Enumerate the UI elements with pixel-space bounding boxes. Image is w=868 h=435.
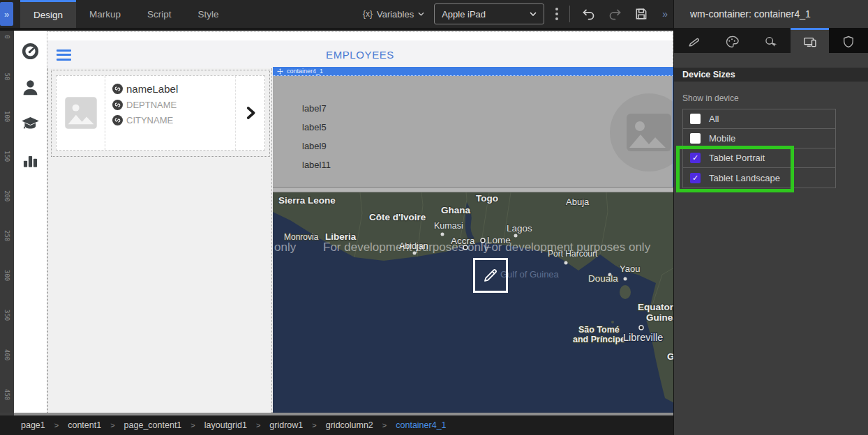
properties-tabs [674, 28, 868, 53]
map-label: Côte d'Ivoire [369, 212, 426, 222]
selected-widget-tag[interactable]: container4_1 [273, 67, 674, 76]
tab-script[interactable]: Script [134, 0, 185, 28]
vertical-ruler: 0 50 100 150 200 250 300 350 400 450 [0, 31, 14, 413]
device-option-label: All [709, 114, 719, 124]
undo-icon [581, 7, 596, 22]
device-preview-select[interactable]: Apple iPad [434, 3, 544, 24]
left-expand-button[interactable]: » [0, 2, 13, 26]
tab-design[interactable]: Design [20, 0, 76, 28]
tab-properties[interactable] [674, 28, 713, 53]
device-option-tablet-portrait[interactable]: Tablet Portrait [683, 148, 835, 168]
ruler-mark: 300 [3, 270, 10, 281]
ruler-mark: 450 [3, 389, 10, 400]
map-edit-button[interactable] [473, 258, 508, 293]
tab-security[interactable] [829, 28, 868, 53]
label-widget[interactable]: label9 [302, 141, 327, 151]
chevron-down-icon [530, 12, 537, 16]
pencil-icon [687, 35, 701, 49]
map-label: Abuja [566, 197, 590, 207]
save-button[interactable] [633, 6, 650, 22]
page-title: EMPLOYEES [47, 49, 673, 61]
breadcrumb-item[interactable]: page_content1 [124, 420, 182, 430]
education-icon[interactable] [21, 114, 40, 133]
breadcrumb-item[interactable]: gridrow1 [269, 420, 303, 430]
employee-list-widget[interactable]: nameLabel DEPTNAME CITYNAME [51, 70, 270, 157]
tab-events[interactable] [751, 28, 791, 53]
checkbox-tablet-landscape[interactable] [690, 173, 701, 183]
wavemaker-studio: » Design Markup Script Style {x} Variabl… [0, 0, 868, 435]
move-icon [277, 68, 283, 75]
breadcrumb-item[interactable]: gridcolumn2 [326, 420, 373, 430]
map-label: and Príncipe [573, 335, 625, 344]
tab-styles[interactable] [713, 28, 752, 53]
binding-link-icon [112, 84, 123, 94]
breadcrumb-separator: > [54, 421, 59, 429]
more-options-kebab-icon[interactable] [554, 8, 560, 20]
ruler-mark: 50 [3, 71, 10, 82]
device-sizes-table: All Mobile Tablet Portrait Tablet Landsc… [682, 109, 836, 188]
map-label: Yaou [620, 264, 640, 274]
redo-button[interactable] [606, 6, 623, 22]
toolbar-right-group: {x} Variables Apple iPad » [363, 3, 671, 24]
breadcrumb-separator: > [256, 421, 260, 429]
checkbox-mobile[interactable] [690, 133, 701, 144]
breadcrumb-item[interactable]: content1 [68, 420, 101, 430]
page-header[interactable]: EMPLOYEES [47, 40, 673, 69]
ruler-mark: 250 [3, 230, 10, 241]
binding-link-icon [112, 100, 123, 110]
chevron-right-icon [244, 106, 257, 120]
checkbox-all[interactable] [690, 114, 701, 124]
breadcrumb-separator: > [312, 421, 316, 429]
device-option-all[interactable]: All [683, 109, 835, 129]
ruler-mark: 350 [3, 310, 10, 321]
palette-icon [725, 35, 739, 49]
tab-device-sizes[interactable] [791, 28, 830, 53]
toolbar-divider [569, 6, 570, 22]
map-graphic: Sierra Leone Côte d'Ivoire Ghana Togo Li… [273, 192, 674, 413]
tab-markup[interactable]: Markup [76, 0, 134, 28]
list-item-chevron[interactable] [235, 76, 264, 150]
image-placeholder-circle-icon [610, 93, 674, 171]
map-water-label: Gulf of Guinea [500, 269, 560, 280]
map-label: Guinea [646, 312, 674, 323]
variables-menu[interactable]: {x} Variables [363, 9, 424, 20]
breadcrumb-item[interactable]: page1 [21, 420, 45, 430]
ruler-mark: 0 [3, 31, 10, 43]
label-widget[interactable]: label11 [302, 160, 331, 170]
chart-icon[interactable] [21, 151, 40, 169]
dept-label: DEPTNAME [126, 100, 177, 110]
selected-widget-name: container4_1 [287, 68, 323, 75]
save-icon [634, 7, 648, 21]
device-select-value: Apple iPad [442, 9, 486, 20]
breadcrumb-separator: > [382, 421, 387, 429]
employee-picture-cell [57, 76, 105, 150]
device-option-tablet-landscape[interactable]: Tablet Landscape [683, 168, 835, 188]
pencil-icon [482, 267, 499, 284]
map-label: Lagos [507, 223, 532, 234]
panel-collapse-button[interactable]: » [659, 8, 671, 20]
name-label: nameLabel [126, 83, 178, 95]
label-widget[interactable]: label7 [302, 103, 327, 114]
hamburger-menu-icon[interactable] [57, 49, 71, 61]
google-map-widget[interactable]: Sierra Leone Côte d'Ivoire Ghana Togo Li… [273, 192, 674, 413]
label-widget[interactable]: label5 [302, 122, 327, 132]
device-option-mobile[interactable]: Mobile [683, 129, 835, 148]
inspect-icon [764, 35, 778, 49]
device-option-label: Tablet Landscape [709, 173, 780, 183]
container4-1-widget[interactable]: label7 label5 label9 label11 [273, 76, 674, 188]
breadcrumb-item[interactable]: layoutgrid1 [204, 420, 247, 430]
checkbox-tablet-portrait[interactable] [690, 153, 701, 163]
map-label: Equatorial [638, 302, 674, 312]
employee-text-cell: nameLabel DEPTNAME CITYNAME [105, 76, 235, 150]
tab-style[interactable]: Style [185, 0, 232, 28]
mode-tabs: Design Markup Script Style [20, 0, 232, 28]
breadcrumb-separator: > [190, 421, 195, 429]
undo-button[interactable] [580, 6, 597, 22]
map-label: Ghana [441, 205, 471, 215]
widget-breadcrumb: page1 > content1 > page_content1 > layou… [0, 415, 673, 435]
user-icon[interactable] [21, 78, 40, 97]
employee-list-item[interactable]: nameLabel DEPTNAME CITYNAME [56, 75, 265, 151]
map-label: São Tomé [578, 325, 620, 335]
dashboard-icon[interactable] [21, 42, 40, 61]
breadcrumb-item-current[interactable]: container4_1 [396, 420, 446, 430]
